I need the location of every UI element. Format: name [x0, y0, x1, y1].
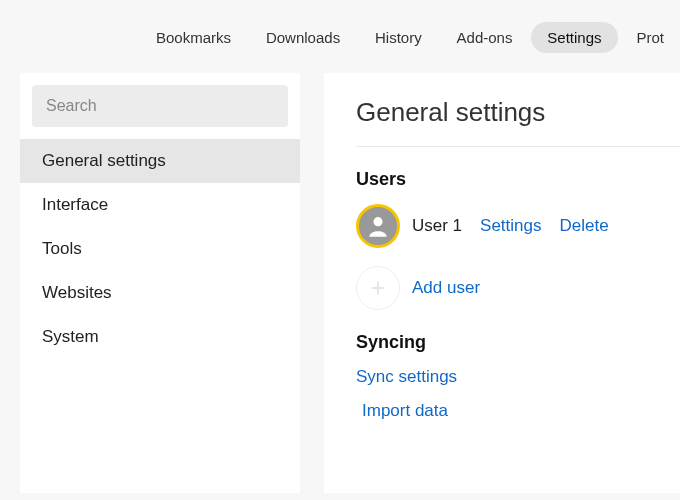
add-user-link[interactable]: Add user: [412, 278, 480, 298]
syncing-section: Syncing Sync settings Import data: [356, 332, 680, 421]
nav-settings[interactable]: Settings: [531, 22, 617, 53]
sync-settings-link[interactable]: Sync settings: [356, 367, 680, 387]
sidebar-item-interface[interactable]: Interface: [20, 183, 300, 227]
sidebar-item-system[interactable]: System: [20, 315, 300, 359]
user-row: User 1 Settings Delete: [356, 204, 680, 248]
person-icon: [365, 213, 391, 239]
nav-protection[interactable]: Prot: [620, 22, 680, 53]
user-settings-link[interactable]: Settings: [480, 216, 541, 236]
nav-downloads[interactable]: Downloads: [250, 22, 356, 53]
sidebar-item-tools[interactable]: Tools: [20, 227, 300, 271]
sidebar-item-websites[interactable]: Websites: [20, 271, 300, 315]
user-name: User 1: [412, 216, 462, 236]
import-data-link[interactable]: Import data: [362, 401, 680, 421]
plus-icon: [356, 266, 400, 310]
top-nav: Bookmarks Downloads History Add-ons Sett…: [0, 0, 680, 73]
nav-history[interactable]: History: [359, 22, 438, 53]
nav-bookmarks[interactable]: Bookmarks: [140, 22, 247, 53]
user-delete-link[interactable]: Delete: [560, 216, 609, 236]
users-heading: Users: [356, 169, 680, 190]
page-title: General settings: [356, 97, 680, 147]
sidebar-list: General settings Interface Tools Website…: [20, 139, 300, 359]
search-input[interactable]: [32, 85, 288, 127]
svg-point-0: [373, 217, 382, 226]
syncing-heading: Syncing: [356, 332, 680, 353]
workspace: General settings Interface Tools Website…: [0, 73, 680, 493]
nav-addons[interactable]: Add-ons: [441, 22, 529, 53]
sidebar-item-general[interactable]: General settings: [20, 139, 300, 183]
sidebar: General settings Interface Tools Website…: [20, 73, 300, 493]
sync-links: Sync settings Import data: [356, 367, 680, 421]
add-user-row[interactable]: Add user: [356, 266, 680, 310]
main-panel: General settings Users User 1 Settings D…: [324, 73, 680, 493]
search-wrap: [20, 85, 300, 139]
users-section: Users User 1 Settings Delete: [356, 169, 680, 310]
avatar[interactable]: [356, 204, 400, 248]
